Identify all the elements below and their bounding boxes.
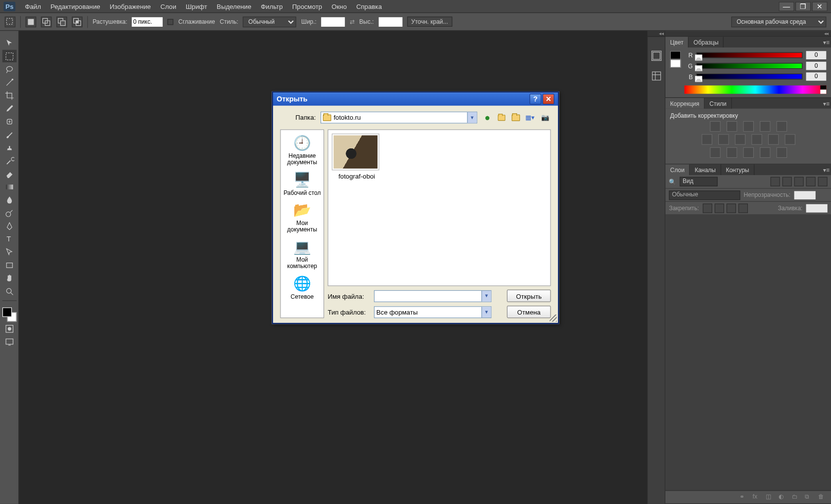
selection-new-icon[interactable] <box>26 16 37 27</box>
selective-color-icon[interactable] <box>776 147 787 158</box>
tab-color[interactable]: Цвет <box>665 37 689 47</box>
posterize-icon[interactable] <box>726 147 737 158</box>
blur-tool-icon[interactable] <box>2 193 16 206</box>
menu-layers[interactable]: Слои <box>156 2 181 9</box>
tab-swatches[interactable]: Образцы <box>689 37 724 47</box>
quick-mask-icon[interactable] <box>2 322 16 335</box>
place-recent[interactable]: 🕘 Недавние документы <box>281 133 323 167</box>
brush-tool-icon[interactable] <box>2 128 16 140</box>
layers-panel-menu-icon[interactable]: ▾≡ <box>822 164 831 175</box>
window-minimize-button[interactable]: — <box>779 1 794 11</box>
threshold-icon[interactable] <box>743 147 754 158</box>
tool-preset-button[interactable] <box>5 16 16 27</box>
invert-icon[interactable] <box>710 147 721 158</box>
refine-edge-button[interactable]: Уточн. край... <box>407 17 452 27</box>
filename-input[interactable]: ▼ <box>374 290 492 302</box>
color-swatches[interactable] <box>2 308 16 322</box>
delete-layer-icon[interactable]: 🗑 <box>818 493 827 502</box>
menu-edit[interactable]: Редактирование <box>46 2 105 9</box>
lock-all-icon[interactable] <box>738 203 747 213</box>
channel-mixer-icon[interactable] <box>768 134 779 145</box>
vibrance-icon[interactable] <box>776 121 787 132</box>
tab-channels[interactable]: Каналы <box>690 164 721 175</box>
dodge-tool-icon[interactable] <box>2 207 16 219</box>
window-close-button[interactable]: ✕ <box>812 1 828 11</box>
swap-wh-icon[interactable]: ⇄ <box>350 18 355 25</box>
place-network[interactable]: 🌐 Сетевое <box>281 273 323 301</box>
properties-panel-icon[interactable] <box>650 70 662 82</box>
selection-add-icon[interactable] <box>41 16 52 27</box>
eraser-tool-icon[interactable] <box>2 167 16 180</box>
exposure-icon[interactable] <box>759 121 770 132</box>
clone-stamp-tool-icon[interactable] <box>2 141 16 154</box>
view-menu-icon[interactable]: ▦▾ <box>525 112 536 123</box>
path-selection-tool-icon[interactable] <box>2 246 16 258</box>
panels-collapse-handle[interactable]: ◂◂ <box>665 31 831 37</box>
menu-type[interactable]: Шрифт <box>181 2 212 9</box>
place-mydocs[interactable]: 📂 Мои документы <box>281 199 323 234</box>
menu-view[interactable]: Просмотр <box>287 2 327 9</box>
new-group-icon[interactable]: 🗀 <box>792 493 800 502</box>
layer-filter-kind[interactable]: Вид <box>680 177 718 186</box>
folder-dropdown-icon[interactable]: ▼ <box>467 112 476 123</box>
tab-adjustments[interactable]: Коррекция <box>665 98 704 109</box>
layer-list[interactable] <box>665 214 831 490</box>
antialias-checkbox[interactable] <box>168 19 174 25</box>
menu-help[interactable]: Справка <box>352 2 387 9</box>
background-chip[interactable] <box>670 59 681 68</box>
color-chip-pair[interactable] <box>670 51 681 83</box>
magic-wand-tool-icon[interactable] <box>2 76 16 89</box>
lasso-tool-icon[interactable] <box>2 63 16 75</box>
link-layers-icon[interactable]: ⚭ <box>739 493 748 502</box>
foreground-chip[interactable] <box>670 51 681 59</box>
blend-mode-select[interactable]: Обычные <box>669 190 740 200</box>
place-computer[interactable]: 💻 Мой компьютер <box>281 236 323 271</box>
screen-mode-icon[interactable] <box>2 335 16 348</box>
cancel-button[interactable]: Отмена <box>507 306 551 318</box>
filter-pixel-icon[interactable] <box>771 177 780 186</box>
history-panel-icon[interactable] <box>650 50 662 62</box>
pen-tool-icon[interactable] <box>2 220 16 232</box>
go-up-icon[interactable]: ● <box>482 112 493 123</box>
lock-position-icon[interactable] <box>726 203 736 213</box>
marquee-tool-icon[interactable] <box>2 50 16 62</box>
filetype-dropdown-icon[interactable]: ▼ <box>481 307 491 318</box>
menu-window[interactable]: Окно <box>327 2 352 9</box>
place-desktop[interactable]: 🖥️ Рабочий стол <box>281 169 323 197</box>
dialog-help-button[interactable]: ? <box>529 94 541 105</box>
tab-paths[interactable]: Контуры <box>721 164 755 175</box>
filetype-select[interactable]: Все форматы ▼ <box>374 306 492 318</box>
fill-input[interactable] <box>806 204 828 212</box>
crop-tool-icon[interactable] <box>2 89 16 101</box>
r-value[interactable]: 0 <box>806 51 827 59</box>
curves-icon[interactable] <box>743 121 754 132</box>
file-list[interactable]: fotograf-oboi <box>327 130 551 286</box>
bridge-icon[interactable]: 📷 <box>540 112 551 123</box>
type-tool-icon[interactable]: T <box>2 232 16 245</box>
dialog-close-button[interactable]: ✕ <box>543 94 554 105</box>
r-slider[interactable] <box>696 52 803 58</box>
filter-shape-icon[interactable] <box>806 177 816 186</box>
menu-image[interactable]: Изображение <box>105 2 155 9</box>
new-fill-layer-icon[interactable]: ◐ <box>779 493 787 502</box>
filter-adjust-icon[interactable] <box>783 177 792 186</box>
photo-filter-icon[interactable] <box>751 134 762 145</box>
gradient-map-icon[interactable] <box>759 147 770 158</box>
strip-collapse-handle[interactable]: ◂◂ <box>647 31 665 37</box>
new-folder-icon[interactable] <box>496 112 507 123</box>
eyedropper-tool-icon[interactable] <box>2 102 16 114</box>
color-panel-menu-icon[interactable]: ▾≡ <box>822 37 831 47</box>
style-select[interactable]: Обычный <box>243 16 296 27</box>
feather-input[interactable] <box>132 17 163 26</box>
foreground-color-swatch[interactable] <box>2 308 11 317</box>
b-value[interactable]: 0 <box>806 72 827 81</box>
menu-select[interactable]: Выделение <box>212 2 256 9</box>
menu-filter[interactable]: Фильтр <box>256 2 288 9</box>
filename-dropdown-icon[interactable]: ▼ <box>481 290 491 301</box>
workspace-select[interactable]: Основная рабочая среда <box>731 16 826 27</box>
gradient-tool-icon[interactable] <box>2 181 16 193</box>
history-brush-tool-icon[interactable] <box>2 154 16 167</box>
lock-transparency-icon[interactable] <box>702 203 712 213</box>
g-slider[interactable] <box>696 63 803 69</box>
open-button[interactable]: Открыть <box>507 290 551 302</box>
